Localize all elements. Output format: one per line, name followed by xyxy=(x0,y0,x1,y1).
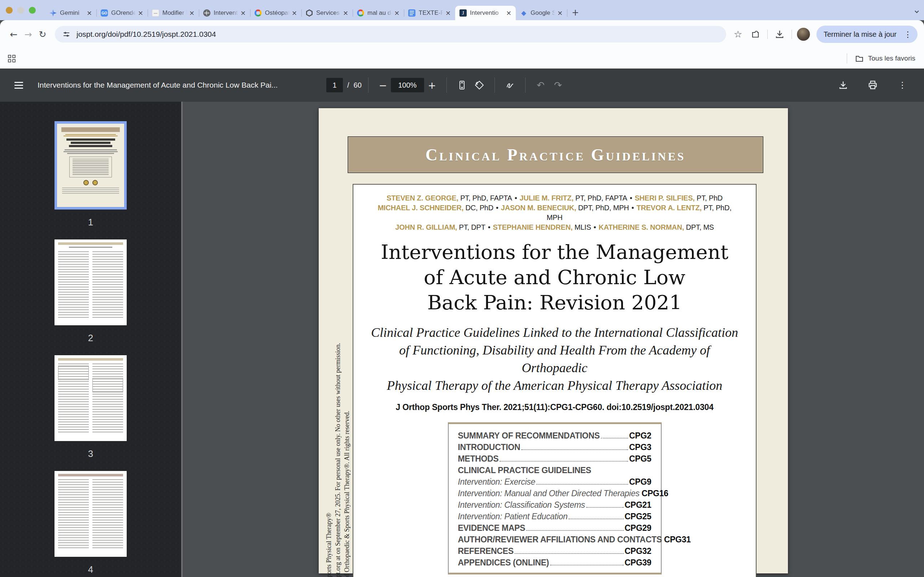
thumbnail-page-3[interactable] xyxy=(55,355,127,441)
tab-label: Services fi xyxy=(316,10,341,16)
toc-row[interactable]: REFERENCESCPG32 xyxy=(458,545,651,557)
toc-row[interactable]: CLINICAL PRACTICE GUIDELINES xyxy=(458,464,651,476)
downloads-icon[interactable] xyxy=(773,27,787,41)
authors-line-1: STEVEN Z. GEORGE, PT, PhD, FAPTA•JULIE M… xyxy=(369,193,740,203)
tab-close-icon[interactable]: × xyxy=(239,10,247,16)
toc-row[interactable]: EVIDENCE MAPSCPG29 xyxy=(458,522,651,534)
pdf-menu-icon[interactable] xyxy=(10,76,27,94)
authors-line-2: MICHAEL J. SCHNEIDER, DC, PhD•JASON M. B… xyxy=(369,203,740,222)
scholar-icon: ◆ xyxy=(520,10,527,16)
thumbnail-sidebar[interactable]: 1 2 3 4 xyxy=(0,102,183,577)
redo-icon[interactable]: ↷ xyxy=(549,76,567,94)
back-button[interactable]: ← xyxy=(6,27,21,42)
pdf-more-icon[interactable]: ⋮ xyxy=(894,76,911,94)
author-separator: • xyxy=(488,223,491,231)
tab-close-icon[interactable]: × xyxy=(85,10,94,16)
thumb-line xyxy=(65,149,117,150)
pdf-page-area[interactable]: Clinical Practice Guidelines STEVEN Z. G… xyxy=(183,102,924,577)
tab-interventions-globe[interactable]: Interventio × xyxy=(199,6,250,20)
thumb-line xyxy=(63,151,118,152)
apps-grid-icon[interactable] xyxy=(8,55,16,62)
toc-row[interactable]: APPENDICES (ONLINE)CPG39 xyxy=(458,557,651,568)
tab-close-icon[interactable]: × xyxy=(556,10,564,16)
thumb-columns xyxy=(55,248,127,322)
toc-row[interactable]: Intervention: Manual and Other Directed … xyxy=(458,488,651,499)
toc-row[interactable]: AUTHOR/REVIEWER AFFILIATIONS AND CONTACT… xyxy=(458,534,651,545)
tab-close-icon[interactable]: × xyxy=(188,10,196,16)
tab-search-chevron-icon[interactable] xyxy=(913,8,921,15)
toc-label: Intervention: Manual and Other Directed … xyxy=(458,488,640,499)
undo-icon[interactable]: ↶ xyxy=(532,76,549,94)
thumb-toc-box xyxy=(69,156,112,177)
tab-close-icon[interactable]: × xyxy=(290,10,299,16)
thumbnail-page-label: 2 xyxy=(88,332,93,344)
tab-label: Gemini xyxy=(60,10,85,16)
bookmark-star-icon[interactable]: ☆ xyxy=(731,27,745,41)
update-chrome-button[interactable]: Terminer la mise à jour ⋮ xyxy=(816,26,918,43)
browser-menu-icon[interactable]: ⋮ xyxy=(901,30,914,39)
author-credentials: PT, DPT xyxy=(457,223,485,231)
url-text[interactable]: jospt.org/doi/pdf/10.2519/jospt.2021.030… xyxy=(76,30,216,39)
article-subtitle-line: Physical Therapy of the American Physica… xyxy=(369,377,740,395)
toc-row[interactable]: Intervention: Patient EducationCPG25 xyxy=(458,511,651,522)
pdf-toolbar-divider xyxy=(494,77,495,93)
tab-close-icon[interactable]: × xyxy=(136,10,145,16)
window-minimize-button[interactable] xyxy=(17,7,24,14)
thumbnail-page-2[interactable] xyxy=(55,239,127,325)
tab-texte-fil[interactable]: TEXTE-FIL × xyxy=(404,6,455,20)
window-close-button[interactable] xyxy=(6,7,13,14)
profile-avatar[interactable] xyxy=(797,28,810,41)
thumb-columns xyxy=(55,476,127,553)
all-bookmarks[interactable]: Tous les favoris xyxy=(845,53,915,63)
tab-close-icon[interactable]: × xyxy=(393,10,401,16)
tab-close-icon[interactable]: × xyxy=(444,10,452,16)
thumb-header xyxy=(58,242,123,245)
zoom-in-button[interactable]: + xyxy=(424,80,440,91)
toc-page: CPG2 xyxy=(629,430,651,442)
pdf-download-icon[interactable] xyxy=(835,76,852,94)
thumbnail-page-1[interactable] xyxy=(55,121,127,210)
page-number-input[interactable]: 1 xyxy=(326,78,343,92)
toc-row[interactable]: METHODSCPG5 xyxy=(458,453,651,464)
article-subtitle: Clinical Practice Guidelines Linked to t… xyxy=(369,324,740,395)
tab-mal-au-dos[interactable]: mal au dos × xyxy=(353,6,404,20)
toc-page: CPG32 xyxy=(625,545,651,557)
tab-close-icon[interactable]: × xyxy=(505,10,513,16)
address-bar[interactable]: jospt.org/doi/pdf/10.2519/jospt.2021.030… xyxy=(55,26,726,43)
toc-page: CPG5 xyxy=(629,453,651,464)
fit-to-page-icon[interactable] xyxy=(453,76,471,94)
author-name: KATHERINE S. NORMAN, xyxy=(598,223,684,231)
toc-row[interactable]: SUMMARY OF RECOMMENDATIONSCPG2 xyxy=(458,430,651,442)
reload-button[interactable]: ↻ xyxy=(36,27,50,42)
tab-close-icon[interactable]: × xyxy=(341,10,350,16)
zoom-out-button[interactable]: − xyxy=(375,80,391,91)
extensions-icon[interactable] xyxy=(749,27,762,41)
toc-row[interactable]: Intervention: ExerciseCPG9 xyxy=(458,476,651,488)
toc-row[interactable]: Intervention: Classification SystemsCPG2… xyxy=(458,499,651,511)
annotate-pen-icon[interactable] xyxy=(501,76,519,94)
zoom-level-input[interactable]: 100% xyxy=(391,78,424,92)
rotate-icon[interactable] xyxy=(471,76,488,94)
thumb-line xyxy=(67,153,114,154)
thumbnail-page-4[interactable] xyxy=(55,471,127,557)
tab-modifier[interactable]: Modifier la × xyxy=(148,6,199,20)
author-name: SHERI P. SILFIES, xyxy=(635,194,695,202)
site-settings-icon[interactable] xyxy=(62,30,71,39)
toc-label: EVIDENCE MAPS xyxy=(458,522,525,534)
tab-services[interactable]: Services fi × xyxy=(301,6,353,20)
tab-gorendezvous[interactable]: GO GOrendezv × xyxy=(96,6,148,20)
article-box: STEVEN Z. GEORGE, PT, PhD, FAPTA•JULIE M… xyxy=(353,184,756,577)
tab-gemini[interactable]: Gemini × xyxy=(45,6,96,20)
print-icon[interactable] xyxy=(864,76,881,94)
forward-button[interactable]: → xyxy=(21,27,36,42)
tab-osteopath[interactable]: Ostéopathi × xyxy=(250,6,301,20)
toc-leader xyxy=(550,565,624,566)
toc-row[interactable]: INTRODUCTIONCPG3 xyxy=(458,442,651,453)
tab-interventions-active[interactable]: J Interventio × xyxy=(455,6,516,20)
toc-label: METHODS xyxy=(458,453,499,464)
new-tab-button[interactable]: + xyxy=(569,6,582,19)
thumb-line xyxy=(69,247,112,248)
tab-google-scholar[interactable]: ◆ Google Sc × xyxy=(516,6,567,20)
window-zoom-button[interactable] xyxy=(29,7,36,14)
toc-label: APPENDICES (ONLINE) xyxy=(458,557,549,568)
